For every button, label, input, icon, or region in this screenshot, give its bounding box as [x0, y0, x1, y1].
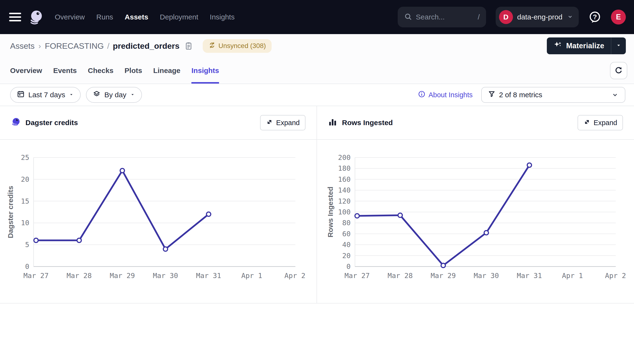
primary-nav: Overview Runs Assets Deployment Insights — [55, 13, 235, 21]
caret-down-icon — [130, 91, 135, 99]
date-range-dropdown[interactable]: Last 7 days — [10, 87, 81, 103]
breadcrumb-group: FORECASTING — [45, 41, 104, 51]
svg-text:Mar 31: Mar 31 — [517, 272, 542, 280]
charts-area: 0510152025Mar 27Mar 28Mar 29Mar 30Mar 31… — [0, 140, 634, 304]
rows-ingested-chart-panel: 020406080100120140160180200Mar 27Mar 28M… — [317, 140, 634, 303]
materialize-button: Materialize — [547, 38, 626, 54]
deployment-switcher[interactable]: D data-eng-prod — [496, 7, 579, 27]
nav-deployment[interactable]: Deployment — [160, 13, 198, 21]
svg-text:40: 40 — [342, 240, 350, 249]
tab-checks[interactable]: Checks — [88, 58, 114, 84]
expand-button[interactable]: Expand — [260, 115, 306, 130]
help-icon[interactable]: ? — [588, 10, 601, 24]
svg-text:Mar 29: Mar 29 — [110, 272, 135, 280]
svg-text:Mar 27: Mar 27 — [24, 272, 49, 280]
svg-text:100: 100 — [338, 208, 350, 216]
svg-text:80: 80 — [342, 219, 350, 227]
svg-text:180: 180 — [338, 164, 350, 172]
svg-text:0: 0 — [346, 262, 350, 270]
materialize-caret-button[interactable] — [611, 38, 626, 54]
calendar-icon — [17, 90, 25, 100]
dagster-credits-chart-panel: 0510152025Mar 27Mar 28Mar 29Mar 30Mar 31… — [0, 140, 317, 303]
svg-text:Rows Ingested: Rows Ingested — [326, 186, 334, 238]
granularity-dropdown[interactable]: By day — [86, 87, 142, 103]
svg-text:10: 10 — [21, 219, 29, 227]
layers-icon — [93, 90, 100, 100]
breadcrumb-slash: / — [107, 41, 109, 51]
svg-text:Apr 2: Apr 2 — [605, 272, 626, 280]
deployment-badge: D — [499, 10, 513, 24]
expand-label: Expand — [276, 119, 300, 127]
svg-text:Mar 30: Mar 30 — [474, 272, 499, 280]
app-root: Overview Runs Assets Deployment Insights… — [0, 0, 634, 364]
svg-text:20: 20 — [342, 252, 350, 260]
svg-text:15: 15 — [21, 197, 29, 205]
unsynced-label: Unsynced (308) — [218, 42, 266, 50]
bar-chart-icon — [328, 118, 337, 128]
dagster-credits-panel-header: Dagster credits Expand — [0, 106, 317, 139]
panel-title: Dagster credits — [26, 118, 78, 127]
svg-text:Mar 28: Mar 28 — [388, 272, 413, 280]
refresh-button[interactable] — [610, 62, 627, 79]
svg-text:Mar 31: Mar 31 — [196, 272, 221, 280]
expand-icon — [266, 118, 273, 127]
tab-overview[interactable]: Overview — [10, 58, 42, 84]
svg-text:5: 5 — [25, 240, 29, 249]
svg-text:160: 160 — [338, 175, 350, 184]
svg-text:Dagster credits: Dagster credits — [6, 186, 14, 238]
asset-name: predicted_orders — [113, 41, 180, 51]
nav-insights[interactable]: Insights — [210, 13, 235, 21]
tab-lineage[interactable]: Lineage — [153, 58, 180, 84]
svg-text:140: 140 — [338, 186, 350, 194]
about-insights-label: About Insights — [428, 91, 472, 99]
search-icon — [404, 12, 412, 22]
page-header: Assets › FORECASTING / predicted_orders — [0, 34, 634, 84]
svg-text:25: 25 — [21, 154, 29, 162]
expand-button[interactable]: Expand — [578, 115, 623, 130]
tab-insights[interactable]: Insights — [192, 58, 219, 84]
nav-assets[interactable]: Assets — [125, 13, 148, 21]
materialize-label: Materialize — [566, 42, 604, 50]
copy-asset-name-icon[interactable] — [184, 41, 193, 50]
search-shortcut: / — [478, 13, 480, 21]
panel-title: Rows Ingested — [342, 118, 393, 127]
svg-text:120: 120 — [338, 197, 350, 205]
svg-text:Apr 1: Apr 1 — [562, 272, 583, 280]
metrics-select-value: 2 of 8 metrics — [499, 91, 542, 99]
nav-overview[interactable]: Overview — [55, 13, 85, 21]
asset-tabs-row: Overview Events Checks Plots Lineage Ins… — [0, 58, 634, 84]
rows-ingested-panel-header: Rows Ingested Expand — [317, 106, 634, 139]
svg-text:Apr 1: Apr 1 — [241, 272, 262, 280]
svg-text:200: 200 — [338, 154, 350, 162]
nav-right: Search... / D data-eng-prod ? E — [398, 7, 626, 27]
tab-events[interactable]: Events — [53, 58, 76, 84]
search-input[interactable]: Search... / — [398, 7, 486, 27]
sync-alert-icon — [208, 42, 216, 50]
search-placeholder: Search... — [416, 13, 474, 21]
tab-plots[interactable]: Plots — [125, 58, 142, 84]
chevron-down-icon — [567, 13, 574, 21]
breadcrumb-chevron: › — [38, 42, 41, 50]
dagster-credits-chart[interactable]: 0510152025Mar 27Mar 28Mar 29Mar 30Mar 31… — [0, 140, 316, 304]
about-insights-link[interactable]: About Insights — [418, 90, 472, 100]
caret-down-icon — [69, 91, 74, 99]
nav-runs[interactable]: Runs — [96, 13, 113, 21]
svg-text:?: ? — [593, 13, 597, 21]
metrics-select[interactable]: 2 of 8 metrics — [481, 87, 625, 103]
rows-ingested-chart[interactable]: 020406080100120140160180200Mar 27Mar 28M… — [317, 140, 634, 304]
deployment-name: data-eng-prod — [517, 13, 562, 21]
expand-icon — [583, 118, 590, 127]
insights-filter-bar: Last 7 days By day — [0, 84, 634, 106]
chart-panel-headers: Dagster credits Expand Rows Ingested — [0, 106, 634, 140]
caret-down-icon — [616, 42, 622, 50]
breadcrumb: Assets › FORECASTING / predicted_orders — [0, 34, 634, 58]
dagster-logo-icon[interactable] — [28, 10, 43, 24]
svg-text:Mar 28: Mar 28 — [66, 272, 92, 280]
unsynced-badge[interactable]: Unsynced (308) — [203, 39, 272, 53]
granularity-label: By day — [104, 91, 126, 99]
user-avatar[interactable]: E — [611, 10, 626, 24]
materialize-action[interactable]: Materialize — [547, 38, 611, 54]
menu-icon[interactable] — [9, 13, 21, 21]
expand-label: Expand — [594, 119, 617, 127]
breadcrumb-assets-link[interactable]: Assets — [10, 41, 34, 51]
